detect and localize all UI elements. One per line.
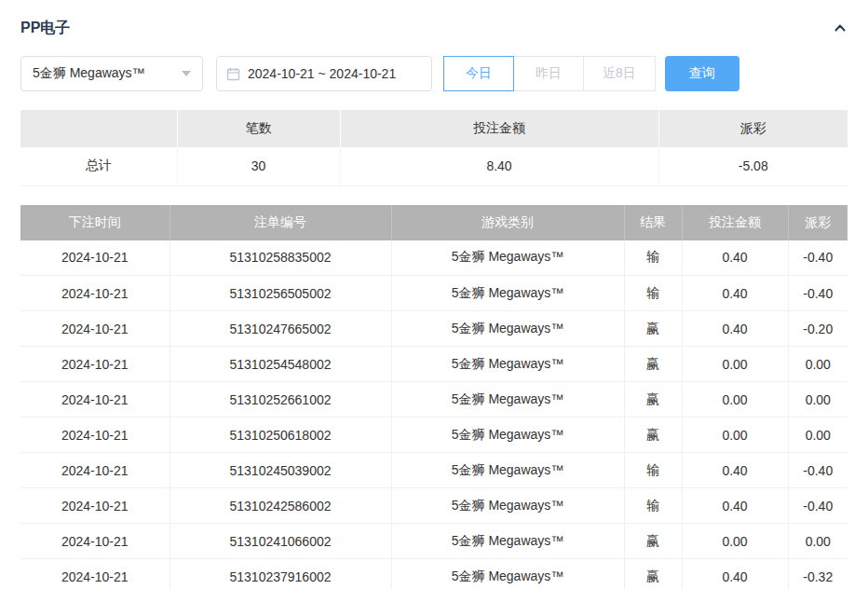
- result: 输: [624, 453, 682, 488]
- bet-amount: 0.40: [682, 559, 788, 589]
- order-number: 51310254548002: [170, 347, 391, 382]
- bet-time: 2024-10-21: [20, 382, 170, 418]
- payout: 0.00: [788, 418, 848, 453]
- result: 输: [624, 488, 682, 524]
- query-button[interactable]: 查询: [665, 56, 739, 91]
- summary-payout: -5.08: [658, 147, 848, 185]
- result: 赢: [624, 382, 682, 418]
- order-number: 51310250618002: [170, 418, 391, 453]
- bet-column-header-5: 派彩: [788, 205, 848, 240]
- order-number: 51310237916002: [170, 559, 391, 589]
- quick-range-group: 今日昨日近8日: [443, 56, 656, 91]
- bet-amount: 0.00: [682, 347, 788, 382]
- payout: -0.40: [788, 276, 848, 311]
- order-number: 51310247665002: [170, 311, 391, 347]
- game-category: 5金狮 Megaways™: [391, 311, 624, 347]
- bet-column-header-0: 下注时间: [20, 205, 170, 240]
- payout: 0.00: [788, 524, 848, 559]
- chevron-up-icon[interactable]: [833, 21, 848, 35]
- order-number: 51310258835002: [170, 240, 391, 276]
- result: 输: [624, 276, 682, 311]
- bet-table: 下注时间注单编号游戏类别结果投注金额派彩 2024-10-21513102588…: [20, 205, 848, 589]
- result: 输: [624, 240, 682, 276]
- game-category: 5金狮 Megaways™: [391, 453, 624, 488]
- bet-time: 2024-10-21: [20, 418, 170, 453]
- bet-time: 2024-10-21: [20, 453, 170, 488]
- summary-column-header-0: 笔数: [177, 110, 340, 147]
- bet-time: 2024-10-21: [20, 524, 170, 559]
- payout: -0.20: [788, 311, 848, 347]
- game-select-value: 5金狮 Megaways™: [33, 65, 145, 82]
- result: 赢: [624, 524, 682, 559]
- bet-column-header-3: 结果: [624, 205, 682, 240]
- game-category: 5金狮 Megaways™: [391, 418, 624, 453]
- bet-amount: 0.00: [682, 418, 788, 453]
- panel-header: PP电子: [20, 17, 848, 39]
- payout: -0.32: [788, 559, 848, 589]
- payout: -0.40: [788, 240, 848, 276]
- table-row: 2024-10-21513102526610025金狮 Megaways™赢0.…: [20, 382, 848, 418]
- summary-column-header-1: 投注金额: [340, 110, 658, 147]
- table-row: 2024-10-21513102425860025金狮 Megaways™输0.…: [20, 488, 848, 524]
- game-category: 5金狮 Megaways™: [391, 347, 624, 382]
- order-number: 51310252661002: [170, 382, 391, 418]
- table-row: 2024-10-21513102410660025金狮 Megaways™赢0.…: [20, 524, 848, 559]
- order-number: 51310256505002: [170, 276, 391, 311]
- bet-column-header-1: 注单编号: [170, 205, 391, 240]
- summary-column-header-2: 派彩: [658, 110, 848, 147]
- table-row: 2024-10-21513102565050025金狮 Megaways™输0.…: [20, 276, 848, 311]
- bet-time: 2024-10-21: [20, 276, 170, 311]
- chevron-down-icon: [182, 71, 191, 76]
- game-category: 5金狮 Megaways™: [391, 488, 624, 524]
- bet-time: 2024-10-21: [20, 240, 170, 276]
- page-title: PP电子: [20, 19, 70, 38]
- table-row: 2024-10-21513102379160025金狮 Megaways™赢0.…: [20, 559, 848, 589]
- summary-header-empty: [20, 110, 177, 147]
- bet-amount: 0.40: [682, 488, 788, 524]
- bet-time: 2024-10-21: [20, 488, 170, 524]
- date-range-input[interactable]: 2024-10-21 ~ 2024-10-21: [216, 56, 432, 91]
- result: 赢: [624, 311, 682, 347]
- result: 赢: [624, 347, 682, 382]
- pp-panel: PP电子 5金狮 Megaways™ 2024-10-21 ~ 2024-10-…: [0, 0, 868, 589]
- quick-range-button-1[interactable]: 昨日: [513, 56, 584, 91]
- game-select[interactable]: 5金狮 Megaways™: [20, 56, 203, 91]
- summary-header-row: 笔数投注金额派彩: [20, 110, 848, 147]
- order-number: 51310242586002: [170, 488, 391, 524]
- order-number: 51310241066002: [170, 524, 391, 559]
- result: 赢: [624, 559, 682, 589]
- bet-table-body: 2024-10-21513102588350025金狮 Megaways™输0.…: [20, 240, 848, 589]
- payout: 0.00: [788, 382, 848, 418]
- summary-row: 总计 30 8.40 -5.08: [20, 147, 848, 185]
- bet-amount: 0.40: [682, 453, 788, 488]
- payout: -0.40: [788, 488, 848, 524]
- result: 赢: [624, 418, 682, 453]
- bet-time: 2024-10-21: [20, 559, 170, 589]
- summary-row-label: 总计: [20, 147, 177, 185]
- bet-amount: 0.40: [682, 240, 788, 276]
- bet-amount: 0.00: [682, 382, 788, 418]
- bet-time: 2024-10-21: [20, 347, 170, 382]
- bet-amount: 0.00: [682, 524, 788, 559]
- bet-amount: 0.40: [682, 276, 788, 311]
- table-row: 2024-10-21513102450390025金狮 Megaways™输0.…: [20, 453, 848, 488]
- table-row: 2024-10-21513102476650025金狮 Megaways™赢0.…: [20, 311, 848, 347]
- bet-time: 2024-10-21: [20, 311, 170, 347]
- game-category: 5金狮 Megaways™: [391, 559, 624, 589]
- quick-range-button-2[interactable]: 近8日: [583, 56, 656, 91]
- bet-column-header-4: 投注金额: [682, 205, 788, 240]
- order-number: 51310245039002: [170, 453, 391, 488]
- quick-range-button-0[interactable]: 今日: [443, 56, 514, 91]
- table-row: 2024-10-21513102545480025金狮 Megaways™赢0.…: [20, 347, 848, 382]
- table-row: 2024-10-21513102506180025金狮 Megaways™赢0.…: [20, 418, 848, 453]
- payout: -0.40: [788, 453, 848, 488]
- game-category: 5金狮 Megaways™: [391, 240, 624, 276]
- game-category: 5金狮 Megaways™: [391, 524, 624, 559]
- calendar-icon: [226, 67, 240, 81]
- game-category: 5金狮 Megaways™: [391, 382, 624, 418]
- summary-bet-amount: 8.40: [340, 147, 658, 185]
- summary-count: 30: [177, 147, 340, 185]
- table-row: 2024-10-21513102588350025金狮 Megaways™输0.…: [20, 240, 848, 276]
- bet-amount: 0.40: [682, 311, 788, 347]
- date-range-value: 2024-10-21 ~ 2024-10-21: [248, 66, 396, 81]
